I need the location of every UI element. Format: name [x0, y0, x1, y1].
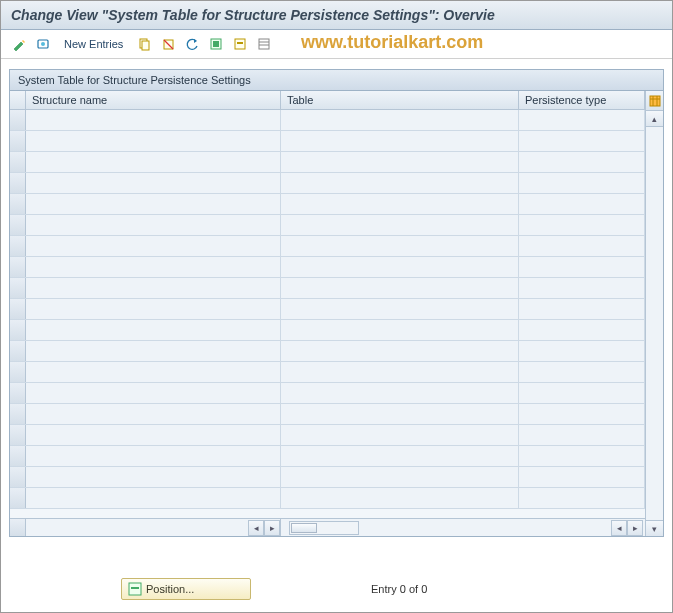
cell-table[interactable] [281, 215, 519, 235]
cell-structure-name[interactable] [26, 425, 281, 445]
cell-persistence-type[interactable] [519, 131, 645, 151]
cell-structure-name[interactable] [26, 320, 281, 340]
cell-table[interactable] [281, 257, 519, 277]
cell-structure-name[interactable] [26, 152, 281, 172]
hscroll-right-icon[interactable]: ▸ [627, 520, 643, 536]
cell-table[interactable] [281, 383, 519, 403]
cell-structure-name[interactable] [26, 299, 281, 319]
cell-persistence-type[interactable] [519, 110, 645, 130]
new-entries-button[interactable]: New Entries [57, 35, 130, 53]
cell-table[interactable] [281, 152, 519, 172]
cell-structure-name[interactable] [26, 404, 281, 424]
row-selector[interactable] [10, 362, 26, 382]
cell-structure-name[interactable] [26, 488, 281, 508]
cell-persistence-type[interactable] [519, 257, 645, 277]
vertical-scrollbar[interactable]: ▴ ▾ [646, 111, 663, 536]
hscroll-thumb[interactable] [291, 523, 317, 533]
row-selector[interactable] [10, 194, 26, 214]
row-selector-header[interactable] [10, 91, 26, 109]
cell-structure-name[interactable] [26, 383, 281, 403]
hscroll-track[interactable] [289, 521, 359, 535]
undo-icon[interactable] [182, 34, 202, 54]
cell-persistence-type[interactable] [519, 362, 645, 382]
row-selector[interactable] [10, 341, 26, 361]
cell-table[interactable] [281, 131, 519, 151]
cell-structure-name[interactable] [26, 236, 281, 256]
column-header-structure-name[interactable]: Structure name [26, 91, 281, 109]
cell-table[interactable] [281, 278, 519, 298]
row-selector[interactable] [10, 383, 26, 403]
row-selector[interactable] [10, 131, 26, 151]
other-view-icon[interactable] [33, 34, 53, 54]
cell-persistence-type[interactable] [519, 341, 645, 361]
select-all-icon[interactable] [206, 34, 226, 54]
cell-table[interactable] [281, 488, 519, 508]
row-selector[interactable] [10, 278, 26, 298]
row-selector[interactable] [10, 257, 26, 277]
row-selector[interactable] [10, 110, 26, 130]
cell-persistence-type[interactable] [519, 152, 645, 172]
cell-table[interactable] [281, 425, 519, 445]
row-selector[interactable] [10, 173, 26, 193]
cell-structure-name[interactable] [26, 341, 281, 361]
cell-persistence-type[interactable] [519, 404, 645, 424]
row-selector[interactable] [10, 446, 26, 466]
column-header-persistence-type[interactable]: Persistence type [519, 91, 645, 109]
cell-table[interactable] [281, 320, 519, 340]
cell-structure-name[interactable] [26, 131, 281, 151]
cell-persistence-type[interactable] [519, 320, 645, 340]
cell-table[interactable] [281, 236, 519, 256]
cell-table[interactable] [281, 467, 519, 487]
cell-table[interactable] [281, 362, 519, 382]
cell-table[interactable] [281, 341, 519, 361]
cell-persistence-type[interactable] [519, 215, 645, 235]
cell-structure-name[interactable] [26, 173, 281, 193]
cell-structure-name[interactable] [26, 194, 281, 214]
display-change-icon[interactable] [9, 34, 29, 54]
row-selector[interactable] [10, 236, 26, 256]
cell-table[interactable] [281, 404, 519, 424]
cell-table[interactable] [281, 173, 519, 193]
row-selector[interactable] [10, 299, 26, 319]
row-selector[interactable] [10, 488, 26, 508]
cell-structure-name[interactable] [26, 257, 281, 277]
cell-persistence-type[interactable] [519, 173, 645, 193]
row-selector[interactable] [10, 425, 26, 445]
cell-table[interactable] [281, 110, 519, 130]
cell-table[interactable] [281, 194, 519, 214]
cell-structure-name[interactable] [26, 110, 281, 130]
cell-persistence-type[interactable] [519, 278, 645, 298]
cell-persistence-type[interactable] [519, 299, 645, 319]
row-selector[interactable] [10, 215, 26, 235]
cell-structure-name[interactable] [26, 446, 281, 466]
cell-table[interactable] [281, 446, 519, 466]
cell-structure-name[interactable] [26, 362, 281, 382]
cell-persistence-type[interactable] [519, 446, 645, 466]
row-selector[interactable] [10, 404, 26, 424]
vscroll-down-icon[interactable]: ▾ [646, 520, 663, 536]
row-selector[interactable] [10, 152, 26, 172]
cell-persistence-type[interactable] [519, 425, 645, 445]
cell-structure-name[interactable] [26, 467, 281, 487]
cell-persistence-type[interactable] [519, 194, 645, 214]
cell-persistence-type[interactable] [519, 488, 645, 508]
delete-icon[interactable] [158, 34, 178, 54]
cell-table[interactable] [281, 299, 519, 319]
configure-columns-icon[interactable] [646, 91, 663, 111]
hscroll-left-first-icon[interactable]: ◂ [248, 520, 264, 536]
column-header-table[interactable]: Table [281, 91, 519, 109]
cell-structure-name[interactable] [26, 278, 281, 298]
position-button[interactable]: Position... [121, 578, 251, 600]
cell-persistence-type[interactable] [519, 467, 645, 487]
copy-icon[interactable] [134, 34, 154, 54]
row-selector[interactable] [10, 320, 26, 340]
hscroll-right-first-icon[interactable]: ▸ [264, 520, 280, 536]
hscroll-left-icon[interactable]: ◂ [611, 520, 627, 536]
row-selector[interactable] [10, 467, 26, 487]
deselect-all-icon[interactable] [254, 34, 274, 54]
vscroll-up-icon[interactable]: ▴ [646, 111, 663, 127]
cell-persistence-type[interactable] [519, 383, 645, 403]
cell-structure-name[interactable] [26, 215, 281, 235]
select-block-icon[interactable] [230, 34, 250, 54]
cell-persistence-type[interactable] [519, 236, 645, 256]
